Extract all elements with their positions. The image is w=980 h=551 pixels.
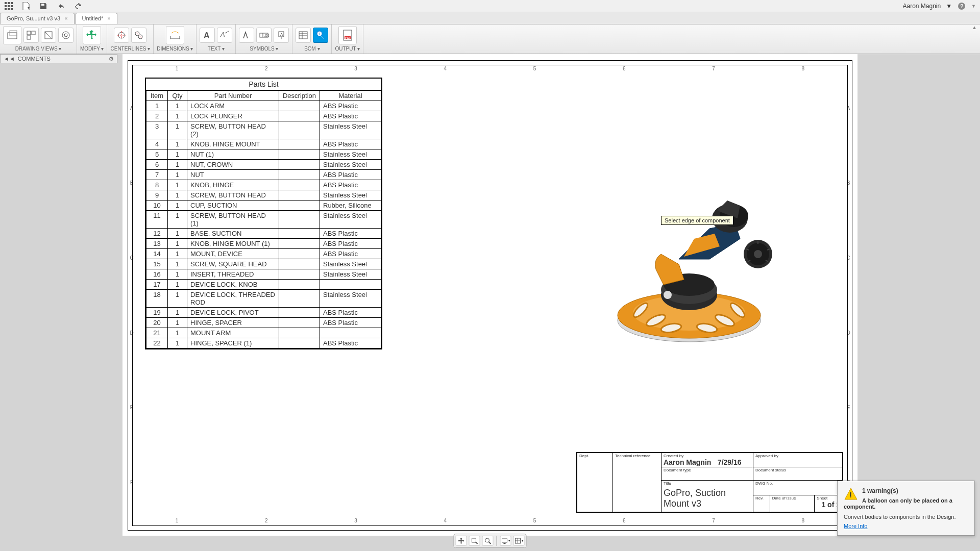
svg-text:.01: .01 [264, 33, 269, 38]
model-view[interactable]: Select edge of component [607, 157, 786, 351]
ribbon-group-label[interactable]: DIMENSIONS ▾ [157, 46, 193, 52]
svg-rect-6 [5, 8, 7, 10]
svg-rect-2 [11, 2, 13, 4]
feature-control-icon[interactable]: .01 [256, 28, 272, 43]
table-row[interactable]: 181DEVICE LOCK, THREADED RODStainless St… [146, 290, 381, 308]
table-row[interactable]: 21LOCK PLUNGERABS Plastic [146, 111, 381, 121]
grid-settings-icon[interactable]: ▾ [513, 536, 525, 546]
drawing-canvas[interactable]: 12345678 12345678 ABCDEF ABCDEF Parts Li… [122, 54, 857, 536]
centermark-icon[interactable] [131, 28, 146, 43]
table-row[interactable]: 11LOCK ARMABS Plastic [146, 101, 381, 111]
svg-text:?: ? [960, 3, 964, 9]
table-row[interactable]: 91SCREW, BUTTON HEADStainless Steel [146, 190, 381, 201]
ribbon-group-label[interactable]: OUTPUT ▾ [335, 46, 360, 52]
apps-grid-icon[interactable] [4, 2, 13, 11]
gear-icon[interactable]: ⚙ [109, 56, 114, 62]
svg-text:PDF: PDF [345, 36, 351, 39]
leader-text-icon[interactable]: A [217, 28, 232, 43]
bom-table-icon[interactable] [296, 28, 311, 43]
comments-label: COMMENTS [18, 56, 51, 62]
projected-view-icon[interactable] [23, 28, 39, 43]
collapse-icon[interactable]: ◄◄ [4, 56, 15, 62]
table-row[interactable]: 141MOUNT, DEVICEABS Plastic [146, 249, 381, 259]
dimension-icon[interactable] [166, 26, 184, 44]
warning-popup: ! 1 warning(s) A balloon can only be pla… [837, 481, 975, 536]
table-row[interactable]: 221HINGE, SPACER (1)ABS Plastic [146, 338, 381, 348]
svg-text:A: A [280, 32, 283, 37]
table-row[interactable]: 51NUT (1)Stainless Steel [146, 149, 381, 160]
help-dropdown-icon[interactable]: ▼ [971, 4, 976, 9]
parts-list-title: Parts List [146, 79, 381, 90]
ribbon-group-label[interactable]: SYMBOLS ▾ [250, 46, 278, 52]
datum-icon[interactable]: A [274, 28, 289, 43]
pan-icon[interactable] [456, 536, 467, 546]
ribbon-symbols: .01 A SYMBOLS ▾ [236, 24, 292, 54]
table-row[interactable]: 151SCREW, SQUARE HEADStainless Steel [146, 259, 381, 269]
tooltip: Select edge of component [661, 216, 733, 225]
parts-list-table[interactable]: Parts List Item Qty Part Number Descript… [145, 78, 382, 349]
zoom-icon[interactable] [482, 536, 494, 546]
table-row[interactable]: 41KNOB, HINGE MOUNTABS Plastic [146, 139, 381, 149]
table-row[interactable]: 131KNOB, HINGE MOUNT (1)ABS Plastic [146, 239, 381, 249]
more-info-link[interactable]: More Info [844, 523, 867, 529]
ribbon-output: PDF OUTPUT ▾ [332, 24, 363, 54]
svg-point-20 [62, 32, 69, 39]
comments-panel-header[interactable]: ◄◄ COMMENTS ⚙ [0, 54, 117, 63]
close-icon[interactable]: × [64, 15, 67, 21]
display-settings-icon[interactable]: ▾ [500, 536, 511, 546]
section-view-icon[interactable] [41, 28, 56, 43]
table-row[interactable]: 161INSERT, THREADEDStainless Steel [146, 269, 381, 280]
svg-text:A: A [204, 31, 210, 40]
text-icon[interactable]: A [200, 28, 215, 43]
ribbon-group-label[interactable]: MODIFY ▾ [80, 46, 104, 52]
undo-icon[interactable] [56, 2, 65, 11]
surface-finish-icon[interactable] [239, 28, 254, 43]
warning-message: A balloon can only be placed on a compon… [844, 497, 968, 510]
svg-point-62 [664, 291, 672, 299]
ribbon-group-label[interactable]: TEXT ▾ [208, 46, 225, 52]
centerline-icon[interactable] [114, 28, 129, 43]
table-row[interactable]: 121BASE, SUCTIONABS Plastic [146, 229, 381, 239]
detail-view-icon[interactable] [58, 28, 74, 43]
svg-text:!: ! [849, 490, 852, 499]
pdf-output-icon[interactable]: PDF [338, 26, 357, 44]
table-row[interactable]: 191DEVICE LOCK, PIVOTABS Plastic [146, 308, 381, 318]
ribbon-group-label[interactable]: CENTERLINES ▾ [110, 46, 150, 52]
ribbon-group-label[interactable]: BOM ▾ [304, 46, 320, 52]
svg-text:1: 1 [318, 32, 321, 36]
save-icon[interactable] [39, 2, 48, 11]
table-header-row: Item Qty Part Number Description Materia… [146, 91, 381, 101]
table-row[interactable]: 71NUTABS Plastic [146, 170, 381, 180]
table-row[interactable]: 31SCREW, BUTTON HEAD (2)Stainless Steel [146, 121, 381, 139]
svg-rect-40 [299, 32, 307, 39]
collapse-ribbon-icon[interactable]: ▲ [972, 24, 977, 30]
file-icon[interactable]: ▾ [21, 2, 31, 11]
link-icon[interactable] [74, 2, 83, 11]
table-row[interactable]: 101CUP, SUCTIONRubber, Silicone [146, 201, 381, 211]
title-block[interactable]: Dept. Technical reference Created by Aar… [576, 452, 843, 513]
warning-detail: Convert bodies to components in the Desi… [844, 514, 968, 520]
close-icon[interactable]: × [107, 15, 110, 21]
table-row[interactable]: 111SCREW, BUTTON HEAD (1)Stainless Steel [146, 211, 381, 229]
svg-rect-15 [27, 31, 31, 35]
base-view-icon[interactable] [3, 26, 21, 44]
move-icon[interactable] [83, 26, 101, 44]
balloon-icon[interactable]: 1 [313, 28, 328, 43]
table-row[interactable]: 201HINGE, SPACERABS Plastic [146, 318, 381, 328]
svg-line-27 [136, 32, 142, 38]
table-row[interactable]: 171DEVICE LOCK, KNOB [146, 280, 381, 290]
user-name[interactable]: Aaron Magnin [902, 3, 941, 10]
tab-label: GoPro, Su...unt v3 v3 [7, 15, 60, 21]
tab-document-1[interactable]: GoPro, Su...unt v3 v3 × [0, 13, 75, 24]
user-dropdown-icon[interactable]: ▼ [946, 3, 952, 10]
table-row[interactable]: 211MOUNT ARM [146, 328, 381, 338]
zoom-window-icon[interactable] [469, 536, 480, 546]
svg-line-33 [225, 31, 229, 33]
table-row[interactable]: 61NUT, CROWNStainless Steel [146, 160, 381, 170]
tab-document-2[interactable]: Untitled* × [76, 13, 117, 24]
ribbon-group-label[interactable]: DRAWING VIEWS ▾ [15, 46, 62, 52]
help-icon[interactable]: ? [957, 2, 966, 11]
svg-rect-78 [502, 539, 507, 542]
table-row[interactable]: 81KNOB, HINGEABS Plastic [146, 180, 381, 190]
svg-point-21 [64, 34, 67, 37]
